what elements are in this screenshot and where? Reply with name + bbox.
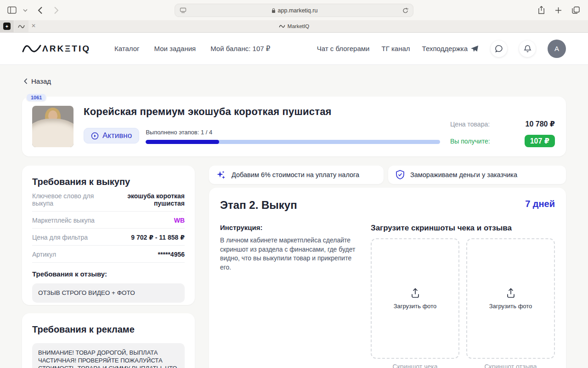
bell-icon [524,45,531,53]
chevron-down-icon[interactable] [23,9,28,12]
price-value: 10 780 ₽ [525,120,555,128]
stage-deadline: 7 дней [525,199,555,209]
instruction-label: Инструкция: [220,224,360,231]
buyout-requirements-panel: Требования к выкупу Ключевое слово для в… [22,166,195,305]
nav-support[interactable]: Техподдержка [422,45,479,52]
escrow-banner: Замораживаем деньги у заказчика [388,166,566,184]
progress-bar [146,140,440,144]
upload-icon [410,288,421,299]
tab-close-icon[interactable]: ✕ [31,23,36,29]
nav-tg-channel[interactable]: ТГ канал [381,45,410,52]
pinned-tab-icon: ✦ [3,23,11,30]
upload-review-dropzone[interactable]: Загрузить фото [466,238,555,359]
ad-requirements-title: Требования к рекламе [32,324,185,335]
main-content: Назад 1061 Корейская премиум экошуба кор… [0,65,588,368]
upload-title: Загрузите скриншоты чека и отзыва [371,224,555,233]
logo-wave-icon [22,43,41,55]
upload-icon [505,288,516,299]
task-id-badge: 1061 [26,93,47,102]
reload-icon[interactable] [402,7,408,14]
review-caption: Скриншот отзыва [466,363,555,368]
price-label: Цена товара: [450,121,490,128]
review-requirements-title: Требования к отзыву: [32,270,185,278]
kv-row-keyword: Ключевое слово для выкупа экошуба коротк… [32,187,185,212]
logo-text: ΛRKΞTIQ [42,44,90,54]
site-header: ΛRKΞTIQ Каталог Мои задания Мой баланс: … [0,33,588,65]
sidebar-icon[interactable] [7,6,17,14]
nav-my-tasks[interactable]: Мои задания [154,45,196,53]
stage-title: Этап 2. Выкуп [220,199,297,212]
kv-row-marketplace: Маркетплейс выкупа WB [32,212,185,229]
instruction-text: В личном кабинете маркетплейса сделайте … [220,236,360,272]
tab-strip: ✦ ✕ MarketIQ [0,20,588,33]
pinned-tab[interactable]: ✦ [0,20,14,32]
back-icon[interactable] [38,6,43,14]
shield-check-icon [396,170,405,180]
chat-bubble-icon [495,45,503,53]
progress-fill [146,140,219,144]
tab-overview-icon[interactable] [572,6,580,14]
marketiq-favicon [18,24,25,29]
marketiq-favicon-small [279,24,285,28]
back-chevron-icon [24,78,28,84]
tab-title: MarketIQ [0,20,588,32]
new-tab-icon[interactable] [555,7,562,14]
payout-badge: 107 ₽ [525,135,555,147]
url-text: app.marketiq.ru [278,7,318,14]
logo[interactable]: ΛRKΞTIQ [22,43,90,55]
avatar[interactable]: A [548,40,566,58]
product-card: Корейская премиум экошуба короткая пушис… [22,97,566,156]
chat-button[interactable] [491,40,507,57]
upload-receipt-dropzone[interactable]: Загрузить фото [371,238,459,359]
nav-catalog[interactable]: Каталог [114,45,140,53]
stage-panel: Этап 2. Выкуп 7 дней Инструкция: В лично… [209,188,566,368]
product-image [32,106,74,147]
product-title: Корейская премиум экошуба короткая пушис… [84,106,440,118]
ad-requirements-note: ВНИМАНИЕ! ТОВАР ДОРОГОЙ, ВЫПЛАТА ЧАСТИЧН… [32,343,185,368]
telegram-icon [470,45,479,52]
kv-row-price-filter: Цена для фильтра 9 702 ₽ - 11 858 ₽ [32,229,185,246]
nav-blogger-chat[interactable]: Чат с блогерами [317,45,370,52]
buyout-title: Требования к выкупу [32,177,185,187]
active-tab[interactable] [14,20,28,32]
browser-toolbar: app.marketiq.ru [0,0,588,20]
page-settings-icon[interactable] [180,7,187,13]
kv-row-article: Артикул *****4956 [32,246,185,263]
ad-requirements-panel: Требования к рекламе ВНИМАНИЕ! ТОВАР ДОР… [22,313,195,368]
nav-balance[interactable]: Мой баланс: 107 ₽ [210,45,270,53]
payout-label: Вы получите: [450,138,490,145]
tax-banner: Добавим 6% стоимости на уплату налога [209,166,384,184]
address-bar[interactable]: app.marketiq.ru [175,4,413,17]
sparkles-icon [216,170,226,180]
header-right: Чат с блогерами ТГ канал Техподдержка A [317,40,566,58]
forward-icon[interactable] [54,6,59,14]
back-link[interactable]: Назад [24,77,51,85]
receipt-caption: Скриншот чека [371,363,459,368]
lock-icon [271,8,276,13]
play-circle-icon [91,132,99,140]
main-nav: Каталог Мои задания Мой баланс: 107 ₽ [114,45,270,53]
notifications-button[interactable] [519,40,536,57]
review-requirements-note: ОТЗЫВ СТРОГО ВИДЕО + ФОТО [32,283,185,303]
progress-label: Выполнено этапов: 1 / 4 [146,129,440,136]
share-icon[interactable] [538,6,545,14]
status-badge: Активно [84,128,139,144]
